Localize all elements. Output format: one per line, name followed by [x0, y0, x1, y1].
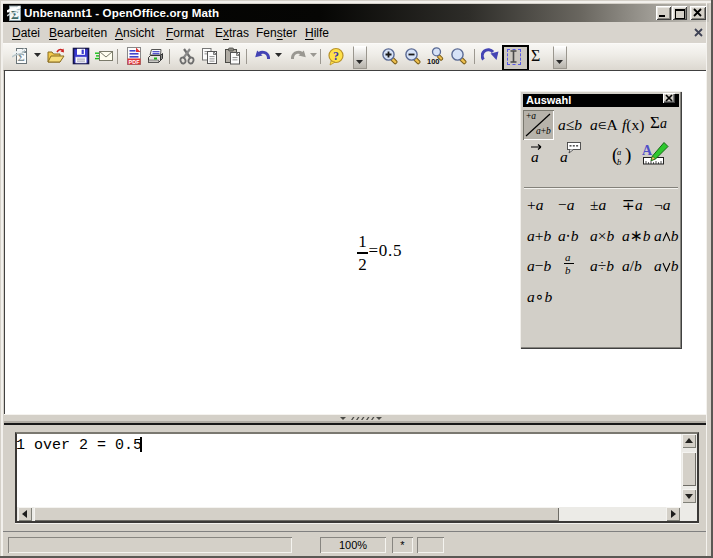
svg-text:PDF: PDF [129, 59, 141, 65]
svg-text:A: A [642, 143, 653, 158]
svg-text:?: ? [333, 49, 339, 63]
svg-text:100: 100 [427, 57, 440, 66]
